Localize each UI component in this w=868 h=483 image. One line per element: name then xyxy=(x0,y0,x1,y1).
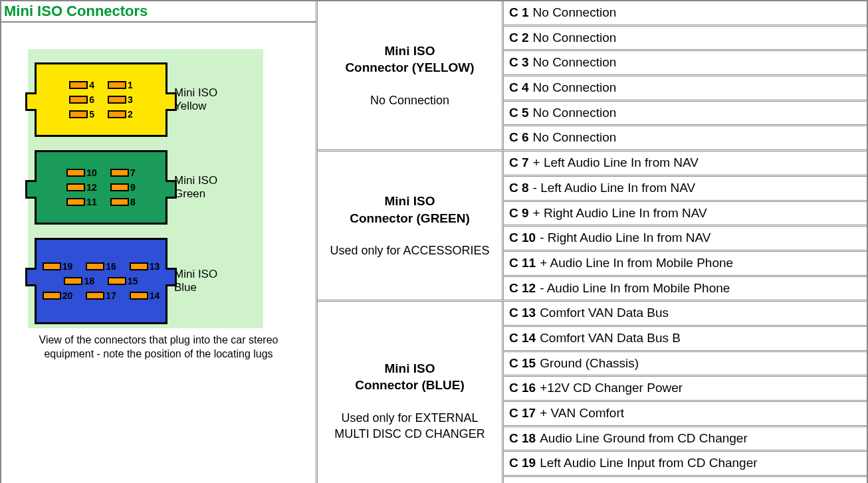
connector-block-2: Mini ISOConnector (BLUE)Used only for EX… xyxy=(318,302,867,483)
pin-id: C 14 xyxy=(509,330,536,347)
pin-row-C15: C 15Ground (Chassis) xyxy=(504,352,867,377)
pin-17: 17 xyxy=(86,290,116,301)
pin-number: 20 xyxy=(62,290,73,301)
pin-desc: Ground (Chassis) xyxy=(540,355,639,372)
pin-number: 13 xyxy=(150,261,160,272)
pin-slot-icon xyxy=(43,262,61,270)
pin-id: C 19 xyxy=(509,455,536,472)
pin-list: C 1No ConnectionC 2No ConnectionC 3No Co… xyxy=(504,1,867,149)
pin-row: 63 xyxy=(69,94,133,105)
pin-desc: Left Audio Line Input from CD Changer xyxy=(540,455,757,472)
pin-row: 107 xyxy=(66,167,135,178)
pin-desc: - Left Audio Line In from NAV xyxy=(533,180,696,197)
pin-slot-icon xyxy=(108,81,126,89)
pin-table: Mini ISOConnector (YELLOW)No ConnectionC… xyxy=(318,1,867,483)
connector-note: Used only for ACCESSORIES xyxy=(330,242,489,258)
pin-id: C 4 xyxy=(509,80,529,96)
pin-row-C1: C 1No Connection xyxy=(504,1,867,27)
pin-row-C11: C 11+ Audio Line In from Mobile Phone xyxy=(504,252,867,277)
pin-desc: +12V CD Changer Power xyxy=(540,380,683,397)
pin-id: C 11 xyxy=(509,255,536,272)
pin-row-C9: C 9+ Right Audio Line In from NAV xyxy=(504,202,867,227)
connector-note: No Connection xyxy=(370,92,449,108)
pin-number: 2 xyxy=(128,109,133,120)
pin-slot-icon xyxy=(66,183,85,191)
pin-id: C 20 xyxy=(509,480,536,483)
pin-slot-icon xyxy=(66,198,85,206)
pin-1: 1 xyxy=(108,80,133,90)
pin-list: C 7+ Left Audio Line In from NAVC 8- Lef… xyxy=(504,151,867,300)
pin-row: 41 xyxy=(69,80,133,90)
pin-desc: No Connection xyxy=(533,54,617,71)
pin-20: 20 xyxy=(43,290,73,301)
pin-desc: Comfort VAN Data Bus B xyxy=(540,330,681,347)
pin-slot-icon xyxy=(110,183,129,191)
connector-block-0: Mini ISOConnector (YELLOW)No ConnectionC… xyxy=(318,1,867,151)
pin-slot-icon xyxy=(110,169,129,177)
pin-id: C 15 xyxy=(509,355,536,372)
pin-row-C7: C 7+ Left Audio Line In from NAV xyxy=(504,151,867,177)
pin-number: 3 xyxy=(128,94,133,105)
pin-13: 13 xyxy=(130,261,160,272)
left-panel: Mini ISO Connectors 416352Mini ISOYellow… xyxy=(1,1,318,483)
pin-id: C 13 xyxy=(509,305,536,322)
pin-id: C 12 xyxy=(509,280,536,297)
pin-row-C5: C 5No Connection xyxy=(504,102,867,127)
connector-green: 107129118Mini ISOGreen xyxy=(35,150,257,225)
diagram-wrap: 416352Mini ISOYellow107129118Mini ISOGre… xyxy=(1,23,316,328)
pin-9: 9 xyxy=(110,182,136,193)
page-title: Mini ISO Connectors xyxy=(1,1,316,23)
pin-row-C20: C 20Right Audio Line Input from CD Chang… xyxy=(504,477,867,483)
pin-desc: Audio Line Ground from CD Changer xyxy=(540,431,748,447)
pin-row-C2: C 2No Connection xyxy=(504,27,867,52)
pin-row-C13: C 13Comfort VAN Data Bus xyxy=(504,302,867,327)
connector-body-green: 107129118 xyxy=(35,150,167,225)
pin-desc: No Connection xyxy=(533,130,617,146)
pin-3: 3 xyxy=(108,94,133,105)
connector-blue: 1916131815201714Mini ISOBlue xyxy=(35,238,257,324)
pin-number: 11 xyxy=(86,197,97,207)
connector-note: Used only for EXTERNAL MULTI DISC CD CHA… xyxy=(324,410,495,442)
pin-slot-icon xyxy=(86,292,104,300)
pin-19: 19 xyxy=(43,261,73,272)
connector-block-header: Mini ISOConnector (YELLOW)No Connection xyxy=(318,1,504,149)
pin-id: C 18 xyxy=(509,431,536,447)
pin-desc: + Audio Line In from Mobile Phone xyxy=(540,255,733,272)
connector-block-1: Mini ISOConnector (GREEN)Used only for A… xyxy=(318,151,867,302)
pin-id: C 2 xyxy=(509,30,529,47)
pin-number: 19 xyxy=(62,261,73,272)
pin-number: 10 xyxy=(86,167,97,178)
pin-10: 10 xyxy=(66,167,97,178)
pin-slot-icon xyxy=(86,262,104,270)
pin-row-C18: C 18Audio Line Ground from CD Changer xyxy=(504,427,867,452)
pin-row: 191613 xyxy=(43,261,160,272)
pin-row-C19: C 19Left Audio Line Input from CD Change… xyxy=(504,452,867,477)
pin-slot-icon xyxy=(108,96,126,104)
pin-desc: + Left Audio Line In from NAV xyxy=(533,155,699,171)
pin-slot-icon xyxy=(130,262,148,270)
pin-14: 14 xyxy=(130,290,160,301)
pin-id: C 8 xyxy=(509,180,529,197)
pin-slot-icon xyxy=(69,110,88,118)
pin-desc: No Connection xyxy=(533,105,617,122)
pin-desc: + Right Audio Line In from NAV xyxy=(533,205,707,222)
pin-number: 12 xyxy=(86,182,97,193)
pin-row: 201714 xyxy=(43,290,160,301)
diagram-area: 416352Mini ISOYellow107129118Mini ISOGre… xyxy=(28,49,263,328)
pin-11: 11 xyxy=(66,197,97,207)
pin-row: 118 xyxy=(66,197,135,207)
pin-id: C 10 xyxy=(509,230,536,246)
pin-list: C 13Comfort VAN Data BusC 14Comfort VAN … xyxy=(504,302,867,483)
pin-number: 4 xyxy=(89,80,94,90)
pin-6: 6 xyxy=(69,94,94,105)
pin-slot-icon xyxy=(69,96,88,104)
pin-desc: - Audio Line In from Mobile Phone xyxy=(540,280,730,297)
pin-id: C 16 xyxy=(509,380,536,397)
pin-15: 15 xyxy=(108,276,138,286)
pin-4: 4 xyxy=(69,80,94,90)
pin-number: 7 xyxy=(130,167,136,178)
pin-row-C12: C 12- Audio Line In from Mobile Phone xyxy=(504,277,867,300)
pin-slot-icon xyxy=(108,110,126,118)
pin-number: 5 xyxy=(89,109,94,120)
pin-id: C 1 xyxy=(509,5,529,21)
